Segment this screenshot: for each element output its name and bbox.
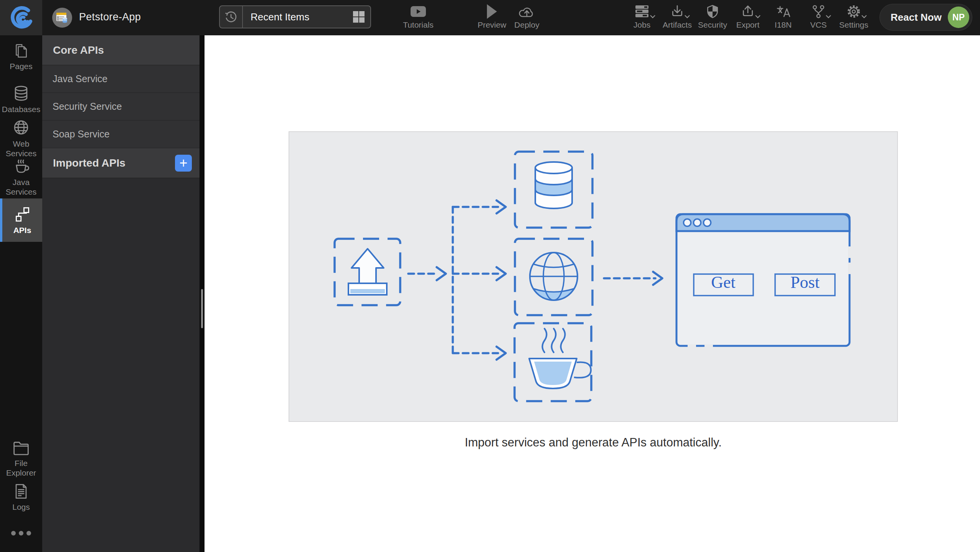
main-content-area: Get Post Import services and generate AP… (205, 35, 980, 552)
artifacts-download-icon (670, 3, 684, 20)
browser-window-dots (684, 219, 711, 226)
recent-items-label: Recent Items (243, 11, 352, 23)
project-app-icon[interactable] (51, 7, 73, 28)
toolbar-item-export[interactable]: Export (730, 3, 766, 30)
react-now-label: React Now (880, 12, 948, 23)
history-icon (220, 6, 243, 28)
toolbar-item-settings[interactable]: Settings (836, 3, 871, 30)
wavemaker-studio-window: Petstore-App Recent Items (0, 0, 980, 552)
chevron-down-icon (650, 13, 656, 20)
ellipsis-icon (10, 531, 33, 536)
add-imported-api-button[interactable]: + (175, 155, 192, 172)
toolbar-item-preview[interactable]: Preview (474, 3, 510, 30)
browser-window-illustration: Get Post (676, 214, 850, 346)
user-avatar[interactable]: NP (948, 7, 969, 28)
more-options-button[interactable] (0, 531, 42, 536)
coffee-cup-icon (13, 158, 30, 174)
toolbar-item-jobs[interactable]: Jobs (624, 3, 660, 30)
database-icon (13, 85, 29, 101)
apis-panel: Core APIs Java Service Security Service … (42, 35, 200, 552)
play-preview-icon (486, 3, 498, 20)
jobs-server-icon (634, 3, 650, 20)
apis-connection-icon (15, 207, 30, 222)
chevron-down-icon (861, 13, 867, 20)
translate-i18n-icon (776, 3, 790, 20)
empty-state-caption: Import services and generate APIs automa… (289, 436, 898, 450)
sidebar-item-java-services[interactable]: Java Services (0, 158, 42, 197)
imported-apis-header: Imported APIs + (42, 148, 200, 178)
cloud-deploy-icon (518, 3, 535, 20)
brand-logo-button[interactable] (0, 0, 42, 35)
panel-resize-strip[interactable] (200, 35, 205, 552)
toolbar-item-tutorials[interactable]: Tutorials (401, 3, 436, 30)
sidebar-item-web-services[interactable]: Web Services (0, 119, 42, 158)
export-share-icon (741, 3, 755, 20)
grid-view-icon[interactable] (352, 10, 365, 23)
recent-items-dropdown[interactable]: Recent Items (219, 5, 371, 28)
toolbar-item-vcs[interactable]: VCS (801, 3, 836, 30)
panel-item-java-service[interactable]: Java Service (42, 65, 200, 93)
sidebar-item-apis[interactable]: APIs (0, 198, 42, 242)
logs-document-icon (14, 484, 28, 499)
panel-item-soap-service[interactable]: Soap Service (42, 121, 200, 148)
sidebar-item-databases[interactable]: Databases (0, 85, 42, 114)
folder-icon (13, 441, 30, 455)
gear-settings-icon (846, 3, 861, 20)
chevron-down-icon (825, 13, 832, 20)
post-button-label: Post (790, 273, 820, 292)
toolbar-item-i18n[interactable]: I18N (766, 3, 801, 30)
toolbar-item-artifacts[interactable]: Artifacts (660, 3, 695, 30)
top-header-bar: Petstore-App Recent Items (0, 0, 980, 35)
database-icon (535, 162, 572, 208)
left-icon-sidebar: Pages Databases Web Services (0, 35, 42, 552)
youtube-tutorials-icon (410, 3, 426, 20)
wavemaker-logo-icon (9, 5, 33, 30)
core-apis-header: Core APIs (42, 35, 200, 65)
toolbar-right-group: Jobs Artifacts (624, 3, 871, 30)
react-now-button[interactable]: React Now NP (879, 4, 972, 31)
chevron-down-icon (755, 13, 761, 20)
chevron-down-icon (684, 13, 690, 20)
panel-item-security-service[interactable]: Security Service (42, 93, 200, 121)
sidebar-item-file-explorer[interactable]: File Explorer (0, 441, 42, 478)
pages-icon (13, 43, 29, 58)
sidebar-item-pages[interactable]: Pages (0, 43, 42, 71)
import-services-illustration: Get Post (289, 131, 898, 422)
scrollbar-thumb[interactable] (201, 289, 203, 328)
toolbar-item-deploy[interactable]: Deploy (509, 3, 544, 30)
security-shield-icon (706, 3, 719, 20)
toolbar-item-security[interactable]: Security (695, 3, 730, 30)
get-button-label: Get (711, 273, 736, 292)
git-branch-icon (812, 3, 825, 20)
app-title: Petstore-App (79, 11, 141, 23)
sidebar-item-logs[interactable]: Logs (0, 484, 42, 512)
globe-icon (13, 119, 30, 136)
